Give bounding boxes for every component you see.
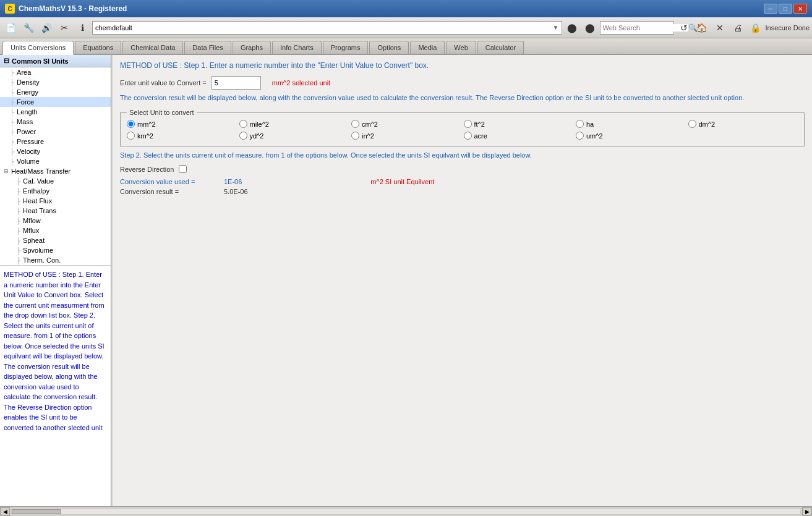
unit-label-ha: ha [586, 121, 594, 128]
sidebar-item-velocity[interactable]: ├ Velocity [0, 146, 111, 156]
refresh-next-btn[interactable]: ⬤ [582, 20, 598, 36]
sidebar-item-pressure[interactable]: ├ Pressure [0, 137, 111, 146]
reload-btn[interactable]: ↺ [676, 20, 692, 36]
window-controls: ─ □ ✕ [764, 4, 807, 14]
collapse-icon[interactable]: ⊟ [4, 57, 9, 65]
radio-mile^2[interactable] [239, 120, 247, 128]
settings-btn[interactable]: 🔧 [20, 20, 36, 36]
sidebar-item-mflow[interactable]: ├ Mflow [0, 216, 111, 226]
radio-dm^2[interactable] [688, 120, 696, 128]
radio-km^2[interactable] [127, 132, 135, 140]
scroll-thumb-h[interactable] [12, 509, 61, 514]
tab-options[interactable]: Options [369, 41, 409, 54]
tree-connector: ├ [10, 89, 14, 96]
unit-option-mm^2[interactable]: mm^2 [127, 120, 237, 128]
unit-label-in^2: in^2 [362, 132, 374, 140]
tab-media[interactable]: Media [410, 41, 445, 54]
tree-connector: ├ [10, 158, 14, 165]
address-input[interactable] [95, 24, 550, 32]
reverse-checkbox[interactable] [179, 165, 187, 173]
scroll-right-btn[interactable]: ▶ [802, 507, 812, 516]
sidebar-item-volume[interactable]: ├ Volume [0, 156, 111, 166]
main-panel: METHOD of USE : Step 1. Enter a numeric … [113, 55, 812, 506]
unit-option-in^2[interactable]: in^2 [351, 132, 461, 140]
tree-connector: ├ [16, 198, 20, 205]
home-btn[interactable]: 🏠 [694, 20, 710, 36]
toolbar: 📄 🔧 🔊 ✂ ℹ ▼ ⬤ ⬤ 🔍 ↺ 🏠 ✕ 🖨 🔒 Insecure Don… [0, 17, 812, 38]
radio-um^2[interactable] [576, 132, 584, 140]
tab-calculator[interactable]: Calculator [477, 41, 524, 54]
sidebar-item-energy[interactable]: ├ Energy [0, 87, 111, 97]
tab-graphs[interactable]: Graphs [233, 41, 271, 54]
info-btn[interactable]: ℹ [74, 20, 90, 36]
unit-option-cm^2[interactable]: cm^2 [351, 120, 461, 128]
sidebar-item-area[interactable]: ├ Area [0, 67, 111, 77]
address-bar[interactable]: ▼ [92, 21, 562, 35]
sidebar-item-power[interactable]: ├ Power [0, 127, 111, 137]
radio-acre[interactable] [464, 132, 472, 140]
unit-option-um^2[interactable]: um^2 [576, 132, 686, 140]
search-input[interactable] [603, 24, 688, 32]
tab-units-conversions[interactable]: Units Conversions [2, 41, 74, 55]
app-icon: C [5, 4, 15, 14]
radio-in^2[interactable] [351, 132, 359, 140]
sidebar-item-heat-flux[interactable]: ├ Heat Flux [0, 196, 111, 206]
unit-selection-group: Select Unit to convert mm^2mile^2cm^2ft^… [120, 109, 805, 146]
print-btn[interactable]: 🖨 [730, 20, 746, 36]
sidebar-item-therm--con-[interactable]: ├ Therm. Con. [0, 255, 111, 265]
sidebar-item-density[interactable]: ├ Density [0, 77, 111, 87]
sidebar-item-enthalpy[interactable]: ├ Enthalpy [0, 186, 111, 196]
scroll-left-btn[interactable]: ◀ [0, 507, 10, 516]
conv-result-value: 5.0E-06 [224, 188, 248, 195]
tree-connector: ├ [10, 69, 14, 76]
new-btn[interactable]: 📄 [2, 20, 19, 36]
radio-mm^2[interactable] [127, 120, 135, 128]
radio-ft^2[interactable] [464, 120, 472, 128]
tab-equations[interactable]: Equations [75, 41, 121, 54]
close-button[interactable]: ✕ [793, 4, 807, 14]
share-btn[interactable]: ✂ [56, 20, 72, 36]
tree-connector: ├ [16, 227, 20, 234]
main-container: Units ConversionsEquationsChemical DataD… [0, 38, 812, 516]
sidebar-item-spheat[interactable]: ├ Spheat [0, 235, 111, 245]
sidebar-item-spvolume[interactable]: ├ Spvolume [0, 245, 111, 255]
refresh-prev-btn[interactable]: ⬤ [564, 20, 580, 36]
sidebar-item-length[interactable]: ├ Length [0, 107, 111, 117]
unit-value-input[interactable] [212, 76, 261, 90]
sidebar-item-force[interactable]: ├ Force [0, 97, 111, 107]
unit-option-mile^2[interactable]: mile^2 [239, 120, 349, 128]
unit-option-acre[interactable]: acre [464, 132, 574, 140]
search-box[interactable]: 🔍 [600, 21, 674, 35]
tab-web[interactable]: Web [446, 41, 476, 54]
stop-btn[interactable]: ✕ [712, 20, 728, 36]
unit-option-yd^2[interactable]: yd^2 [239, 132, 349, 140]
unit-option-ft^2[interactable]: ft^2 [464, 120, 574, 128]
unit-option-dm^2[interactable]: dm^2 [688, 120, 798, 128]
maximize-button[interactable]: □ [779, 4, 792, 14]
sidebar-item-mass[interactable]: ├ Mass [0, 117, 111, 127]
sidebar-wrapper: ⊟ Common SI Units ├ Area├ Density├ Energ… [0, 55, 113, 506]
radio-cm^2[interactable] [351, 120, 359, 128]
unit-label-mile^2: mile^2 [250, 121, 269, 128]
sidebar-item-heat-trans[interactable]: ├ Heat Trans [0, 206, 111, 216]
lock-btn[interactable]: 🔒 [748, 20, 764, 36]
sidebar-item-mflux[interactable]: ├ Mflux [0, 226, 111, 235]
sidebar-item-heat-mass-transfer[interactable]: ⊟ Heat/Mass Transfer [0, 166, 111, 176]
tab-programs[interactable]: Programs [323, 41, 369, 54]
bottom-scrollbar[interactable]: ◀ ▶ [0, 506, 812, 516]
input-label: Enter unit value to Convert = [120, 79, 207, 87]
expand-icon: ⊟ [4, 168, 9, 174]
radio-yd^2[interactable] [239, 132, 247, 140]
tree-connector: ├ [16, 257, 20, 264]
unit-option-ha[interactable]: ha [576, 120, 686, 128]
tab-info-charts[interactable]: Info Charts [272, 41, 322, 54]
audio-btn[interactable]: 🔊 [38, 20, 54, 36]
sidebar-item-cal--value[interactable]: ├ Cal. Value [0, 176, 111, 186]
tab-chemical-data[interactable]: Chemical Data [122, 41, 183, 54]
address-dropdown[interactable]: ▼ [553, 24, 559, 31]
unit-option-km^2[interactable]: km^2 [127, 132, 237, 140]
tab-data-files[interactable]: Data Files [184, 41, 231, 54]
tree-connector: ├ [10, 99, 14, 106]
radio-ha[interactable] [576, 120, 584, 128]
minimize-button[interactable]: ─ [764, 4, 777, 14]
